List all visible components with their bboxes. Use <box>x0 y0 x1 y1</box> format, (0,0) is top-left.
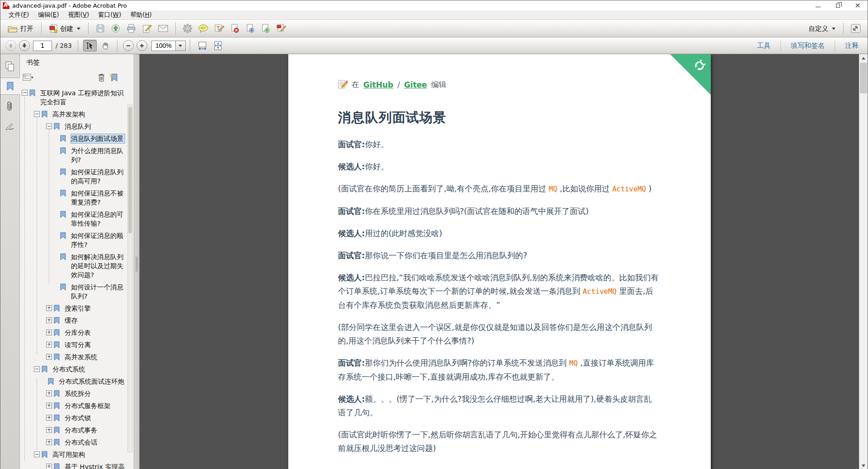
next-page-button[interactable] <box>19 40 30 51</box>
bookmark-label[interactable]: 高并发系统 <box>65 353 125 362</box>
bookmark-item[interactable]: +高并发系统 <box>20 351 134 363</box>
menu-item[interactable]: 编辑(E) <box>33 10 63 20</box>
bookmark-item[interactable]: −分布式系统 <box>20 363 134 376</box>
bookmarks-scrollbar-thumb[interactable] <box>128 107 132 233</box>
save-button[interactable] <box>93 22 108 35</box>
fit-page-button[interactable] <box>211 39 226 52</box>
expand-toolbar-button[interactable] <box>848 22 864 35</box>
bookmark-label[interactable]: 分库分表 <box>65 328 125 337</box>
bookmark-options-menu-button[interactable] <box>23 74 33 81</box>
expand-icon[interactable]: + <box>46 427 52 433</box>
bookmark-item[interactable]: 分布式系统面试连环炮 <box>20 376 134 388</box>
open-button[interactable]: 打开 <box>4 23 37 35</box>
bookmark-label[interactable]: 读写分离 <box>65 340 125 349</box>
bookmarks-tab[interactable] <box>0 78 20 95</box>
bookmark-label[interactable]: 分布式系统 <box>52 365 125 374</box>
protect-document-button[interactable] <box>243 22 258 35</box>
customize-button[interactable]: 自定义 <box>805 23 840 35</box>
page-thumbnails-tab[interactable] <box>0 58 19 75</box>
github-link[interactable]: GitHub <box>363 80 393 89</box>
bookmark-item[interactable]: +缓存 <box>20 315 134 327</box>
bookmark-item[interactable]: 如何保证消息队列的高可用? <box>20 166 134 187</box>
bookmark-label[interactable]: 分布式会话 <box>65 438 125 447</box>
bookmark-label[interactable]: 如何保证消息队列的高可用? <box>71 167 125 186</box>
bookmark-item[interactable]: 如何保证消息不被重复消费? <box>20 187 134 209</box>
tools-tab[interactable]: 工具 <box>751 40 776 52</box>
email-button[interactable] <box>155 23 171 34</box>
scrollbar-thumb[interactable] <box>860 63 867 93</box>
edit-form-button[interactable] <box>273 22 289 35</box>
attachments-tab[interactable] <box>0 98 19 115</box>
document-scrollbar[interactable] <box>859 54 868 469</box>
bookmark-item[interactable]: −消息队列 <box>20 121 134 133</box>
bookmark-item[interactable]: 如何保证消息的可靠性传输? <box>20 209 134 230</box>
signatures-tab[interactable] <box>0 117 19 135</box>
export-document-button[interactable] <box>258 22 273 35</box>
bookmark-item[interactable]: +分库分表 <box>20 327 134 339</box>
bookmark-label[interactable]: 为什么使用消息队列? <box>71 146 125 164</box>
bookmark-label[interactable]: 高可用架构 <box>52 450 125 459</box>
menu-item[interactable]: 窗口(W) <box>94 10 126 20</box>
hand-tool-button[interactable] <box>99 40 112 51</box>
fill-sign-tab[interactable]: 填写和签名 <box>785 40 830 52</box>
github-corner-ribbon[interactable] <box>670 54 711 95</box>
expand-icon[interactable]: + <box>46 403 52 409</box>
bookmark-item[interactable]: 为什么使用消息队列? <box>20 145 134 166</box>
zoom-in-button[interactable] <box>136 40 147 51</box>
new-bookmark-button[interactable] <box>110 73 118 82</box>
comment-bubble-button[interactable] <box>195 23 211 34</box>
bookmark-item[interactable]: +基于 Hystrix 实现高可 <box>20 461 134 469</box>
splitter-grip[interactable] <box>136 256 138 272</box>
collapse-icon[interactable]: − <box>46 123 52 129</box>
bookmark-label[interactable]: 系统拆分 <box>65 389 125 398</box>
bookmark-item[interactable]: 如何解决消息队列的延时以及过期失效问题? <box>20 251 134 281</box>
bookmark-item[interactable]: −高可用架构 <box>20 449 134 461</box>
bookmark-item[interactable]: 消息队列面试场景 <box>20 133 134 145</box>
bookmarks-scrollbar[interactable] <box>127 105 133 452</box>
panel-splitter[interactable] <box>134 54 140 469</box>
bookmark-item[interactable]: 如何设计一个消息队列? <box>20 281 134 302</box>
expand-icon[interactable]: + <box>46 354 52 360</box>
bookmark-label[interactable]: 如何保证消息的顺序性? <box>71 231 125 249</box>
zoom-out-button[interactable] <box>123 40 134 51</box>
delete-pages-button[interactable] <box>227 22 243 35</box>
bookmark-item[interactable]: +分布式服务框架 <box>20 400 134 412</box>
previous-page-button[interactable] <box>5 40 16 51</box>
expand-icon[interactable]: + <box>46 342 52 348</box>
bookmark-item[interactable]: +系统拆分 <box>20 388 134 400</box>
bookmark-label[interactable]: 缓存 <box>65 316 125 325</box>
create-button[interactable]: 创建 <box>46 23 84 35</box>
zoom-dropdown-button[interactable] <box>176 41 186 51</box>
collapse-icon[interactable]: − <box>34 366 40 372</box>
bookmark-item[interactable]: +读写分离 <box>20 339 134 351</box>
add-text-note-button[interactable]: T <box>211 23 227 35</box>
bookmark-item[interactable]: −高并发架构 <box>20 108 134 121</box>
gitee-link[interactable]: Gitee <box>404 80 427 89</box>
share-upload-button[interactable] <box>108 22 123 35</box>
expand-icon[interactable]: + <box>46 439 52 445</box>
print-button[interactable] <box>123 22 139 35</box>
bookmark-item[interactable]: 如何保证消息的顺序性? <box>20 230 134 251</box>
close-button[interactable]: × <box>848 0 868 10</box>
bookmark-item[interactable]: +分布式锁 <box>20 412 134 424</box>
comment-tab[interactable]: 注释 <box>840 40 864 52</box>
bookmark-label[interactable]: 互联网 Java 工程师进阶知识完全扫盲 <box>40 88 125 107</box>
expand-icon[interactable]: + <box>46 317 52 323</box>
bookmark-label[interactable]: 消息队列 <box>65 122 125 131</box>
delete-bookmark-button[interactable] <box>98 73 105 82</box>
bookmark-label[interactable]: 如何保证消息不被重复消费? <box>71 189 125 207</box>
bookmark-label[interactable]: 分布式锁 <box>65 413 125 423</box>
bookmark-label[interactable]: 如何解决消息队列的延时以及过期失效问题? <box>71 252 125 279</box>
scroll-down-button[interactable] <box>859 462 868 469</box>
expand-icon[interactable]: + <box>46 330 52 335</box>
bookmark-item[interactable]: +搜索引擎 <box>20 302 134 315</box>
expand-icon[interactable]: + <box>46 464 52 469</box>
page-number-input[interactable] <box>33 41 52 51</box>
bookmark-label[interactable]: 如何保证消息的可靠性传输? <box>71 210 125 228</box>
bookmark-label[interactable]: 分布式服务框架 <box>65 401 125 410</box>
bookmark-label[interactable]: 分布式事务 <box>65 426 125 435</box>
sign-button[interactable] <box>139 22 155 35</box>
fit-width-button[interactable] <box>194 39 211 52</box>
menu-item[interactable]: 文件(F) <box>4 10 33 20</box>
restore-button[interactable] <box>828 0 848 10</box>
